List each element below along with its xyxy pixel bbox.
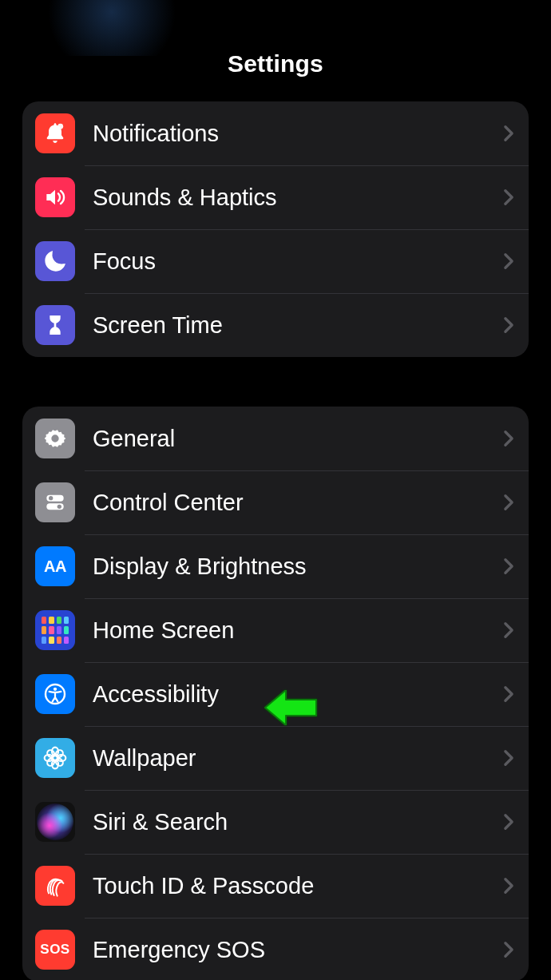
settings-row-screen-time[interactable]: Screen Time xyxy=(22,293,529,357)
settings-row-sounds[interactable]: Sounds & Haptics xyxy=(22,165,529,229)
header: Settings xyxy=(0,0,551,92)
settings-row-home-screen[interactable]: Home Screen xyxy=(22,598,529,662)
settings-row-focus[interactable]: Focus xyxy=(22,229,529,293)
settings-row-display[interactable]: AA Display & Brightness xyxy=(22,534,529,598)
settings-row-notifications[interactable]: Notifications xyxy=(22,101,529,165)
settings-row-siri[interactable]: Siri & Search xyxy=(22,790,529,854)
settings-row-general[interactable]: General xyxy=(22,407,529,470)
page-title: Settings xyxy=(228,50,323,77)
settings-group-1: Notifications Sounds & Haptics Focus xyxy=(22,101,529,357)
settings-row-emergency-sos[interactable]: SOS Emergency SOS xyxy=(22,918,529,980)
settings-group-2: General Control Center AA Display & Brig… xyxy=(22,407,529,980)
settings-row-accessibility[interactable]: Accessibility xyxy=(22,662,529,726)
settings-row-control-center[interactable]: Control Center xyxy=(22,470,529,534)
settings-row-wallpaper[interactable]: Wallpaper xyxy=(22,726,529,790)
settings-row-touch-id[interactable]: Touch ID & Passcode xyxy=(22,854,529,918)
settings-content: Notifications Sounds & Haptics Focus xyxy=(0,92,551,980)
